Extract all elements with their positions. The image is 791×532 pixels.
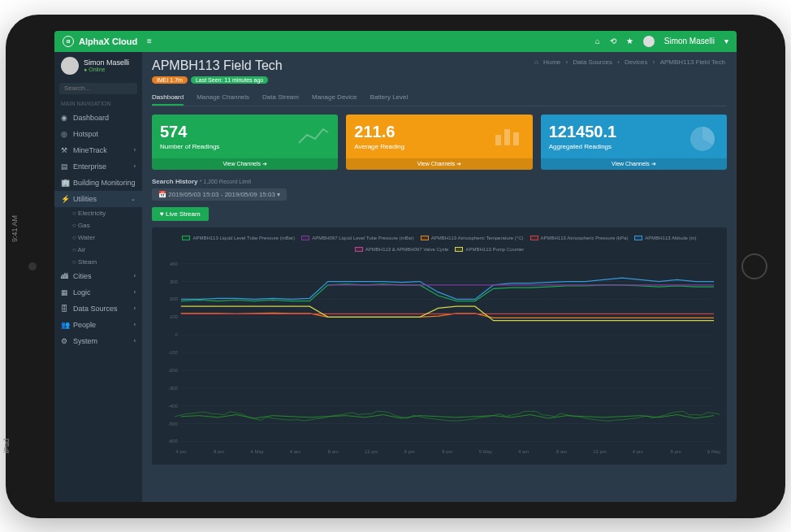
sidebar-item-logic[interactable]: ▦Logic‹ — [54, 284, 142, 301]
breadcrumb-item[interactable]: APMBH113 Field Tech — [660, 58, 725, 66]
svg-text:8 pm: 8 pm — [214, 449, 224, 454]
heart-icon: ♥ — [160, 210, 164, 218]
hotspot-icon: ◎ — [61, 130, 68, 137]
stat-card-average-reading: 211.6Average ReadingView Channels ➔ — [346, 115, 532, 170]
sidebar-item-cities[interactable]: 🏙Cities‹ — [54, 268, 142, 284]
svg-text:4 pm: 4 pm — [404, 449, 414, 454]
building-icon: 🏢 — [61, 179, 68, 186]
sidebar-sub-gas[interactable]: ○ Gas — [54, 219, 142, 231]
legend-item[interactable]: APMBH113 Pump Counter — [455, 247, 524, 252]
search-history-label: Search History — [152, 178, 197, 185]
logic-icon: ▦ — [61, 288, 68, 296]
sidebar-sub-air[interactable]: ○ Air — [54, 244, 142, 256]
chevron-icon: ⌄ — [131, 196, 136, 202]
svg-text:-500: -500 — [168, 421, 179, 426]
live-stream-button[interactable]: ♥ Live Stream — [152, 207, 209, 221]
breadcrumb-item[interactable]: Data Sources — [573, 58, 612, 66]
svg-text:-400: -400 — [168, 403, 179, 408]
svg-text:6 May: 6 May — [707, 449, 720, 454]
legend-swatch — [455, 247, 463, 252]
svg-text:0: 0 — [175, 332, 179, 337]
svg-text:-100: -100 — [168, 350, 179, 355]
search-input[interactable] — [64, 84, 149, 92]
utilities-icon: ⚡ — [61, 195, 68, 202]
card-footer-link[interactable]: View Channels ➔ — [346, 158, 532, 170]
svg-text:100: 100 — [170, 314, 179, 319]
sidebar-sub-steam[interactable]: ○ Steam — [54, 256, 142, 268]
tab-data-stream[interactable]: Data Stream — [262, 90, 299, 106]
sidebar-sub-water[interactable]: ○ Water — [54, 231, 142, 244]
legend-swatch — [301, 236, 309, 240]
sidebar-user-name: Simon Maselli — [84, 58, 129, 67]
home-icon[interactable]: ⌂ — [595, 37, 600, 45]
card-footer-link[interactable]: View Channels ➔ — [541, 158, 727, 170]
svg-text:-600: -600 — [168, 439, 179, 443]
header-user-name[interactable]: Simon Maselli — [664, 37, 715, 45]
breadcrumb[interactable]: ⌂ Home › Data Sources › Devices › APMBH1… — [533, 58, 727, 66]
series-Altitude — [181, 278, 714, 299]
sidebar-search[interactable]: 🔍 — [59, 83, 137, 94]
legend-item[interactable]: APMBH113 Atmospheric Temperature (°C) — [421, 236, 524, 240]
svg-text:400: 400 — [170, 261, 179, 266]
svg-text:-300: -300 — [168, 385, 179, 390]
sidebar-item-system[interactable]: ⚙System‹ — [54, 333, 142, 349]
svg-text:200: 200 — [170, 296, 179, 301]
chevron-icon: ‹ — [134, 305, 136, 311]
tab-dashboard[interactable]: Dashboard — [152, 90, 184, 106]
legend-item[interactable]: APMBH097 Liquid Level Tube Pressure (mBa… — [301, 236, 414, 240]
legend-item[interactable]: APMBH113 Altitude (m) — [634, 236, 696, 240]
tab-manage-channels[interactable]: Manage Channels — [197, 90, 249, 106]
chevron-icon: ‹ — [134, 289, 136, 295]
svg-rect-2 — [513, 132, 519, 145]
cities-icon: 🏙 — [61, 272, 68, 279]
enterprise-icon: ▤ — [61, 162, 68, 170]
system-icon: ⚙ — [61, 337, 68, 344]
svg-text:-200: -200 — [168, 367, 179, 372]
stat-card-aggregated-readings: 121450.1Aggregated ReadingsView Channels… — [541, 115, 727, 170]
sidebar-item-building-monitoring[interactable]: 🏢Building Monitoring — [54, 175, 142, 191]
menu-toggle-icon[interactable]: ≡ — [147, 37, 152, 45]
tab-battery-level[interactable]: Battery Level — [370, 90, 408, 106]
status-badge: Last Seen: 11 minutes ago — [191, 76, 268, 84]
sidebar-item-hotspot[interactable]: ◎Hotspot — [54, 126, 142, 142]
svg-text:4 am: 4 am — [290, 449, 300, 454]
pie-chart-icon — [686, 123, 719, 157]
legend-item[interactable]: APMBH113 Liquid Level Tube Pressure (mBa… — [182, 236, 295, 240]
legend-item[interactable]: APMBH113 & APMBH097 Valve Cycle — [355, 247, 449, 252]
sidebar-sub-electricity[interactable]: ○ Electricity — [54, 207, 142, 219]
home-icon: ⌂ — [534, 58, 538, 66]
chevron-down-icon[interactable]: ▾ — [724, 37, 728, 45]
people-icon: 👥 — [61, 321, 68, 328]
sidebar-item-data-sources[interactable]: 🗄Data Sources‹ — [54, 301, 142, 317]
app-logo[interactable]: α AlphaX Cloud — [63, 36, 137, 47]
tab-manage-device[interactable]: Manage Device — [312, 90, 357, 106]
legend-swatch — [421, 236, 429, 240]
sidebar-item-dashboard[interactable]: ◉Dashboard — [54, 110, 142, 126]
dashboard-icon: ◉ — [61, 114, 68, 121]
card-footer-link[interactable]: View Channels ➔ — [152, 158, 338, 170]
legend-swatch — [355, 247, 363, 252]
svg-text:8 pm: 8 pm — [671, 449, 681, 454]
date-range-picker[interactable]: 📅 2019/05/03 15:03 - 2019/05/09 15:03 ▾ — [152, 188, 287, 201]
breadcrumb-item[interactable]: Home — [543, 58, 560, 66]
tablet-home-button[interactable] — [741, 253, 767, 279]
svg-text:8 am: 8 am — [328, 449, 339, 454]
avatar-icon[interactable] — [643, 36, 655, 47]
star-icon[interactable]: ★ — [626, 37, 633, 45]
svg-text:4 pm: 4 pm — [175, 449, 186, 454]
series-Noise — [181, 414, 714, 417]
sidebar: Simon Maselli ● Online 🔍 MAIN NAVIGATION… — [54, 52, 142, 502]
chevron-icon: ‹ — [134, 273, 136, 279]
sidebar-item-utilities[interactable]: ⚡Utilities⌄ — [54, 191, 142, 207]
time-series-chart[interactable]: 4003002001000-100-200-300-400-500-6004 p… — [157, 255, 722, 458]
sidebar-item-enterprise[interactable]: ▤Enterprise‹ — [54, 158, 142, 175]
refresh-icon[interactable]: ⟲ — [610, 37, 616, 45]
legend-item[interactable]: APMBH113 Atmospheric Pressure (kPa) — [530, 236, 629, 240]
time-label: 9:41 AM — [11, 214, 19, 241]
sidebar-item-minetrack[interactable]: ⚒MineTrack‹ — [54, 142, 142, 158]
user-avatar[interactable] — [61, 57, 79, 75]
chart-area: APMBH113 Liquid Level Tube Pressure (mBa… — [152, 227, 727, 465]
svg-text:12 pm: 12 pm — [593, 449, 607, 454]
sidebar-item-people[interactable]: 👥People‹ — [54, 317, 142, 333]
breadcrumb-item[interactable]: Devices — [625, 58, 647, 66]
